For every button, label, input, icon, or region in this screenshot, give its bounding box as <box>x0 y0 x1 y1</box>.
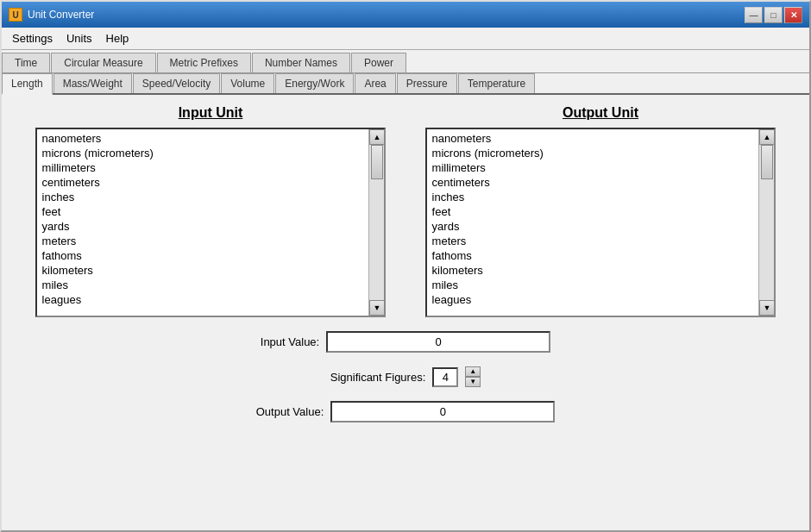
input-value-row: Input Value: <box>16 331 795 353</box>
list-item[interactable]: miles <box>431 278 756 292</box>
maximize-button[interactable]: □ <box>764 7 783 23</box>
app-icon: U <box>9 8 22 22</box>
list-item[interactable]: inches <box>41 190 366 204</box>
tab-pressure[interactable]: Pressure <box>397 73 457 93</box>
spin-up-button[interactable]: ▲ <box>465 366 481 377</box>
tab-temperature[interactable]: Temperature <box>458 73 535 93</box>
input-value-label: Input Value: <box>261 335 319 348</box>
input-unit-title: Input Unit <box>179 105 243 121</box>
tab-volume[interactable]: Volume <box>221 73 274 93</box>
list-item[interactable]: yards <box>41 219 366 234</box>
menu-units[interactable]: Units <box>60 29 99 47</box>
spin-down-button[interactable]: ▼ <box>465 377 481 387</box>
input-unit-listbox-wrapper: nanometers microns (micrometers) millime… <box>35 128 387 317</box>
output-unit-listbox-wrapper: nanometers microns (micrometers) millime… <box>425 128 776 317</box>
list-item[interactable]: inches <box>431 190 756 204</box>
output-value-row: Output Value: <box>16 401 795 422</box>
tab-energy-work[interactable]: Energy/Work <box>275 73 354 93</box>
list-item[interactable]: centimeters <box>41 175 366 190</box>
menu-help[interactable]: Help <box>99 29 136 47</box>
tab-number-names[interactable]: Number Names <box>252 53 350 72</box>
title-bar: U Unit Converter — □ ✕ <box>2 2 809 28</box>
scroll-thumb[interactable] <box>371 145 383 179</box>
menu-bar: Settings Units Help <box>2 28 809 50</box>
close-button[interactable]: ✕ <box>784 7 802 23</box>
main-content: Input Unit nanometers microns (micromete… <box>2 95 809 530</box>
list-item[interactable]: fathoms <box>41 248 366 263</box>
input-value-field[interactable] <box>326 331 550 353</box>
output-value-label: Output Value: <box>256 405 324 418</box>
tab-circular-measure[interactable]: Circular Measure <box>51 53 155 72</box>
list-item[interactable]: yards <box>431 219 756 234</box>
tabs-row-1: Time Circular Measure Metric Prefixes Nu… <box>2 50 809 73</box>
list-item[interactable]: fathoms <box>431 248 756 263</box>
tab-speed-velocity[interactable]: Speed/Velocity <box>133 73 220 93</box>
list-item[interactable]: leagues <box>431 292 756 307</box>
list-item[interactable]: feet <box>431 204 756 219</box>
window-title: Unit Converter <box>28 9 94 21</box>
list-item[interactable]: miles <box>41 278 366 292</box>
output-value-field[interactable] <box>330 401 555 422</box>
list-item[interactable]: microns (micrometers) <box>431 146 756 160</box>
tabs-container: Time Circular Measure Metric Prefixes Nu… <box>2 50 809 95</box>
scroll-up-arrow[interactable]: ▲ <box>759 129 775 145</box>
tab-time[interactable]: Time <box>2 53 50 72</box>
list-item[interactable]: microns (micrometers) <box>41 146 366 160</box>
list-item[interactable]: meters <box>41 234 366 248</box>
list-item[interactable]: kilometers <box>41 263 366 278</box>
input-unit-section: Input Unit nanometers microns (micromete… <box>35 105 387 317</box>
tab-metric-prefixes[interactable]: Metric Prefixes <box>157 53 251 72</box>
tabs-row-2: Length Mass/Weight Speed/Velocity Volume… <box>2 73 809 95</box>
minimize-button[interactable]: — <box>745 7 763 23</box>
output-unit-section: Output Unit nanometers microns (micromet… <box>425 105 776 317</box>
scroll-down-arrow[interactable]: ▼ <box>759 300 775 316</box>
list-item[interactable]: millimeters <box>431 160 756 175</box>
list-item[interactable]: nanometers <box>431 131 756 146</box>
scroll-down-arrow[interactable]: ▼ <box>369 300 385 316</box>
list-item[interactable]: centimeters <box>431 175 756 190</box>
output-unit-title: Output Unit <box>563 105 638 121</box>
list-item[interactable]: leagues <box>41 292 366 307</box>
sig-fig-label: Significant Figures: <box>330 371 426 384</box>
main-window: U Unit Converter — □ ✕ Settings Units He… <box>0 0 811 532</box>
list-item[interactable]: millimeters <box>41 160 366 175</box>
title-bar-left: U Unit Converter <box>9 8 94 22</box>
input-unit-scrollbar[interactable]: ▲ ▼ <box>368 129 384 316</box>
sig-fig-input[interactable] <box>432 367 458 387</box>
sig-fig-spinner: ▲ ▼ <box>465 366 481 387</box>
menu-settings[interactable]: Settings <box>5 29 60 47</box>
tab-mass-weight[interactable]: Mass/Weight <box>53 73 132 93</box>
scroll-track <box>759 145 774 300</box>
tab-area[interactable]: Area <box>355 73 395 93</box>
input-unit-listbox[interactable]: nanometers microns (micrometers) millime… <box>37 129 369 316</box>
title-buttons: — □ ✕ <box>745 7 802 23</box>
output-unit-listbox[interactable]: nanometers microns (micrometers) millime… <box>427 129 759 316</box>
list-item[interactable]: meters <box>431 234 756 248</box>
list-item[interactable]: feet <box>41 204 366 219</box>
scroll-up-arrow[interactable]: ▲ <box>369 129 385 145</box>
scroll-track <box>369 145 384 300</box>
sig-fig-row: Significant Figures: ▲ ▼ <box>16 366 795 387</box>
list-item[interactable]: kilometers <box>431 263 756 278</box>
tab-power[interactable]: Power <box>351 53 406 72</box>
tab-length[interactable]: Length <box>2 73 53 95</box>
output-unit-scrollbar[interactable]: ▲ ▼ <box>758 129 774 316</box>
units-row: Input Unit nanometers microns (micromete… <box>16 105 795 317</box>
list-item[interactable]: nanometers <box>41 131 366 146</box>
scroll-thumb[interactable] <box>761 145 773 179</box>
